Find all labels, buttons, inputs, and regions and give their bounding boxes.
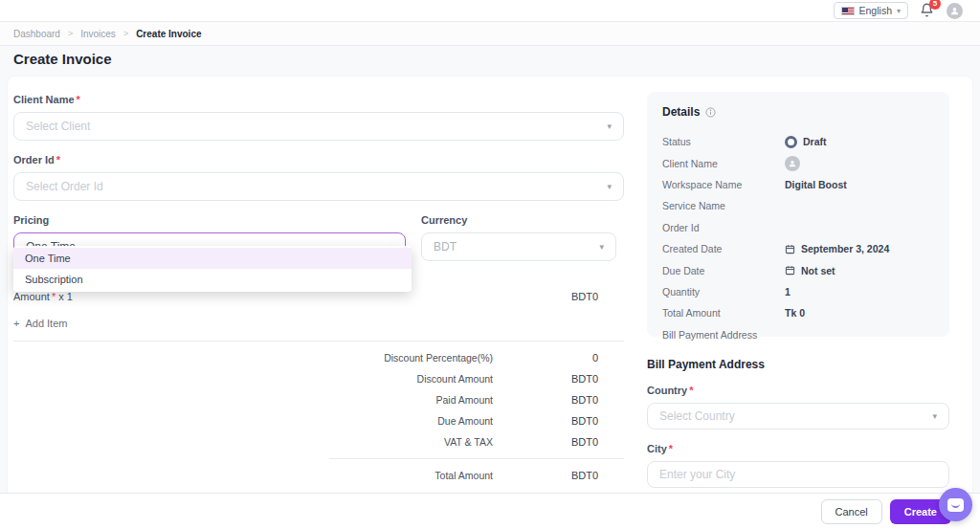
summary-row-value: BDT0 xyxy=(493,394,624,406)
chevron-down-icon: ▾ xyxy=(897,7,901,15)
details-label: Created Date xyxy=(662,243,785,254)
notification-badge: 5 xyxy=(929,0,941,10)
add-item-label: Add Item xyxy=(25,318,67,329)
details-label: Order Id xyxy=(662,222,785,233)
required-marker: * xyxy=(669,443,673,454)
status-text: Draft xyxy=(803,136,827,147)
pricing-dropdown-menu: One Time Subscription xyxy=(13,246,412,292)
summary-row: Due Amount BDT0 xyxy=(13,410,624,431)
order-id-placeholder: Select Order Id xyxy=(26,180,103,193)
breadcrumb: Dashboard > Invoices > Create Invoice xyxy=(0,22,980,46)
details-row-order-id: Order Id xyxy=(662,217,934,238)
summary-row-value: BDT0 xyxy=(493,415,624,427)
summary-row: Discount Percentage(%) 0 xyxy=(13,347,624,368)
summary-row-label: Paid Amount xyxy=(435,394,493,406)
country-placeholder: Select Country xyxy=(659,409,735,423)
language-selector[interactable]: English ▾ xyxy=(834,2,908,19)
summary-row-value: 0 xyxy=(493,352,624,364)
details-row-quantity: Quantity 1 xyxy=(662,281,934,302)
amount-value: BDT0 xyxy=(571,291,624,302)
client-name-label-text: Client Name xyxy=(13,94,75,105)
details-label: Workspace Name xyxy=(662,179,785,190)
details-row-workspace-name: Workspace Name Digital Boost xyxy=(662,174,934,195)
details-value: Digital Boost xyxy=(785,179,847,190)
details-row-status: Status Draft xyxy=(662,131,934,152)
chevron-down-icon: ▾ xyxy=(599,242,604,252)
topbar: English ▾ 5 xyxy=(0,0,980,22)
client-name-placeholder: Select Client xyxy=(26,120,90,133)
city-placeholder: Enter your City xyxy=(659,468,735,481)
language-label: English xyxy=(859,5,892,16)
due-date-value: Not set xyxy=(785,265,835,276)
order-id-label-text: Order Id xyxy=(13,154,55,165)
pricing-option-subscription[interactable]: Subscription xyxy=(13,269,412,290)
invoice-form-left-column: Client Name* Select Client ▾ Order Id* S… xyxy=(8,77,635,529)
summary-row: Discount Amount BDT0 xyxy=(13,368,624,389)
details-title: Details xyxy=(662,105,700,119)
details-label: Client Name xyxy=(662,158,785,169)
city-label: City* xyxy=(647,443,949,454)
created-date-value: September 3, 2024 xyxy=(785,243,889,254)
footer-action-bar: Cancel Create xyxy=(0,493,980,529)
details-label: Service Name xyxy=(662,200,785,211)
client-name-select[interactable]: Select Client ▾ xyxy=(13,112,624,141)
page-title: Create Invoice xyxy=(13,51,112,67)
summary-row-label: Discount Amount xyxy=(417,373,493,385)
details-label: Bill Payment Address xyxy=(662,329,785,341)
pricing-field: Pricing One Time ▴ One Time Subscription xyxy=(13,214,406,261)
city-input[interactable]: Enter your City xyxy=(647,461,949,488)
details-row-client-name: Client Name xyxy=(662,152,934,173)
bill-payment-address-title: Bill Payment Address xyxy=(647,358,949,371)
calendar-icon xyxy=(785,265,795,276)
total-label: Total Amount xyxy=(434,470,493,481)
details-row-due-date: Due Date Not set xyxy=(662,259,934,280)
currency-select[interactable]: BDT ▾ xyxy=(421,232,616,261)
chevron-down-icon: ▾ xyxy=(607,182,612,191)
chat-widget-button[interactable] xyxy=(939,488,972,521)
person-icon xyxy=(949,6,960,16)
amount-quantity-suffix: x 1 xyxy=(58,291,73,302)
details-panel: Details Status Draft Client Name xyxy=(647,92,949,337)
invoice-details-column: Details Status Draft Client Name xyxy=(635,77,972,529)
summary-row-label: Discount Percentage(%) xyxy=(384,352,493,364)
notifications-button[interactable]: 5 xyxy=(920,3,935,18)
invoice-form-card: Client Name* Select Client ▾ Order Id* S… xyxy=(8,77,972,529)
plus-icon: + xyxy=(13,318,19,329)
required-marker: * xyxy=(52,291,56,302)
chevron-down-icon: ▾ xyxy=(932,411,937,421)
status-badge: Draft xyxy=(785,136,827,148)
country-label: Country* xyxy=(647,385,949,396)
cancel-button[interactable]: Cancel xyxy=(821,499,882,524)
details-label: Status xyxy=(662,136,785,147)
details-value: 1 xyxy=(785,286,791,298)
calendar-icon xyxy=(785,244,795,254)
country-select[interactable]: Select Country ▾ xyxy=(647,403,949,430)
invoice-summary: Discount Percentage(%) 0 Discount Amount… xyxy=(13,347,624,486)
breadcrumb-invoices[interactable]: Invoices xyxy=(80,29,116,39)
breadcrumb-separator-icon: > xyxy=(123,29,128,38)
summary-total-row: Total Amount BDT0 xyxy=(13,465,624,486)
summary-row: Paid Amount BDT0 xyxy=(13,389,624,410)
summary-row: VAT & TAX BDT0 xyxy=(13,431,624,452)
summary-row-label: VAT & TAX xyxy=(444,436,493,448)
country-label-text: Country xyxy=(647,385,687,396)
summary-row-label: Due Amount xyxy=(437,415,493,427)
required-marker: * xyxy=(689,385,693,396)
breadcrumb-create-invoice: Create Invoice xyxy=(136,29,201,39)
details-label: Quantity xyxy=(662,286,785,298)
user-avatar[interactable] xyxy=(947,3,963,19)
pricing-label: Pricing xyxy=(13,214,406,226)
info-icon xyxy=(705,107,716,118)
amount-label: Amount* x 1 xyxy=(13,291,73,302)
breadcrumb-dashboard[interactable]: Dashboard xyxy=(13,29,60,39)
currency-value: BDT xyxy=(434,240,457,253)
add-item-button[interactable]: + Add Item xyxy=(13,318,67,329)
pricing-option-one-time[interactable]: One Time xyxy=(13,248,412,269)
summary-row-value: BDT0 xyxy=(493,436,624,448)
amount-label-text: Amount xyxy=(13,291,50,302)
items-summary-divider xyxy=(13,341,624,342)
order-id-select[interactable]: Select Order Id ▾ xyxy=(13,172,624,201)
details-label: Due Date xyxy=(662,265,785,276)
details-row-service-name: Service Name xyxy=(662,195,934,216)
order-item-amount-row: Amount* x 1 BDT0 xyxy=(13,291,624,302)
